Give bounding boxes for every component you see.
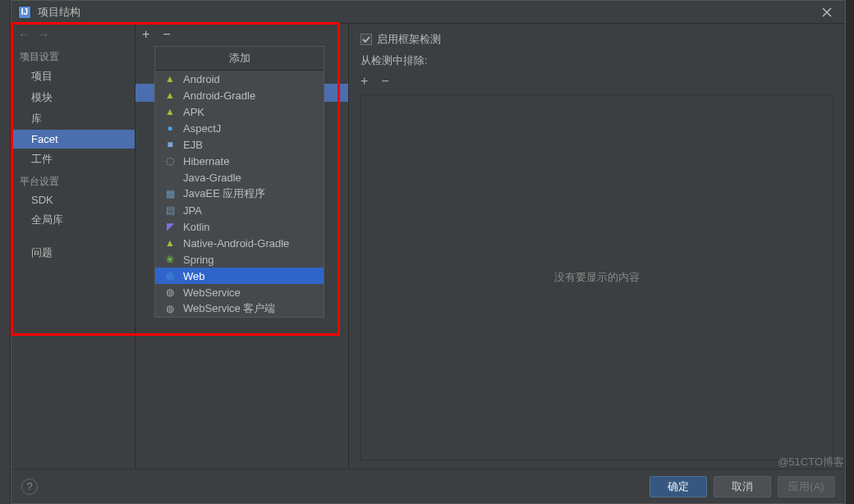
aspectj-icon: ● (163, 121, 177, 135)
add-facet-button[interactable]: + (142, 28, 149, 41)
forward-arrow-icon[interactable]: → (38, 29, 49, 40)
app-icon: IJ (18, 6, 31, 19)
popup-item-native-android-gradle[interactable]: ▲Native-Android-Gradle (155, 235, 324, 251)
titlebar: IJ 项目结构 (11, 1, 845, 24)
enable-detection-row[interactable]: 启用框架检测 (360, 32, 833, 47)
popup-item-label: WebService 客户端 (183, 301, 275, 316)
sidebar-item-模块[interactable]: 模块 (11, 87, 135, 108)
sidebar-item-问题[interactable]: 问题 (11, 242, 135, 263)
none-icon (163, 171, 177, 184)
popup-item-label: Web (183, 270, 205, 282)
exclude-toolbar: + − (360, 71, 833, 94)
popup-item-ejb[interactable]: ■EJB (155, 136, 324, 153)
back-arrow-icon[interactable]: ← (18, 29, 30, 40)
sidebar-section-label: 平台设置 (11, 170, 135, 190)
popup-item-label: JavaEE 应用程序 (183, 186, 265, 201)
ide-left-strip (0, 0, 11, 504)
project-structure-dialog: IJ 项目结构 ← → 项目设置项目模块库Facet工件平台设置SDK全局库问题… (11, 0, 846, 504)
kotlin-icon: ◤ (163, 220, 177, 233)
popup-item-label: Spring (183, 254, 214, 266)
exclude-label: 从检测中排除: (360, 53, 833, 68)
help-button[interactable]: ? (21, 479, 38, 495)
popup-item-kotlin[interactable]: ◤Kotlin (155, 218, 324, 235)
android-icon: ▲ (163, 105, 177, 118)
add-facet-popup: 添加 ▲Android▲Android-Gradle▲APK●AspectJ■E… (154, 46, 324, 318)
android-icon: ▲ (163, 89, 177, 102)
ejb-icon: ■ (163, 138, 177, 151)
popup-item-label: Java-Gradle (183, 172, 241, 184)
enable-detection-label: 启用框架检测 (377, 32, 441, 47)
detail-empty-panel: 没有要显示的内容 (360, 94, 833, 460)
popup-item-label: Kotlin (183, 221, 210, 233)
popup-item-label: APK (183, 106, 204, 118)
webservices-icon: ◍ (163, 286, 177, 299)
popup-item-spring[interactable]: ❀Spring (155, 251, 324, 268)
popup-item-apk[interactable]: ▲APK (155, 103, 324, 120)
popup-item-webservice-[interactable]: ◍WebService 客户端 (155, 300, 324, 317)
popup-item-label: Native-Android-Gradle (183, 237, 289, 250)
sidebar-item-sdk[interactable]: SDK (11, 190, 135, 209)
ok-button[interactable]: 确定 (650, 476, 707, 497)
apply-button[interactable]: 应用(A) (778, 476, 835, 497)
popup-item-label: Android-Gradle (183, 89, 255, 102)
web-icon: ◎ (163, 269, 177, 282)
popup-item-android-gradle[interactable]: ▲Android-Gradle (155, 87, 324, 103)
jpa-icon: ▤ (163, 204, 177, 217)
sidebar-item-项目[interactable]: 项目 (11, 66, 135, 87)
sidebar-item-全局库[interactable]: 全局库 (11, 209, 135, 231)
add-exclude-button[interactable]: + (360, 75, 368, 88)
popup-item-label: EJB (183, 139, 203, 151)
dialog-title: 项目结构 (38, 5, 815, 20)
sidebar-item-工件[interactable]: 工件 (11, 149, 135, 170)
sidebar-section-label: 项目设置 (11, 45, 135, 66)
popup-item-aspectj[interactable]: ●AspectJ (155, 120, 324, 136)
facet-toolbar: + − (135, 24, 348, 45)
popup-item-label: AspectJ (183, 122, 221, 135)
enable-detection-checkbox[interactable] (360, 34, 372, 45)
webservices-icon: ◍ (163, 302, 177, 315)
cancel-button[interactable]: 取消 (714, 476, 771, 497)
sidebar: ← → 项目设置项目模块库Facet工件平台设置SDK全局库问题 (11, 24, 135, 469)
javaee-icon: ▦ (163, 187, 177, 200)
spring-icon: ❀ (163, 253, 177, 266)
popup-item-label: WebService (183, 286, 241, 299)
popup-item-android[interactable]: ▲Android (155, 71, 324, 87)
remove-exclude-button[interactable]: − (381, 75, 388, 88)
hibernate-icon: ◌ (163, 154, 177, 167)
android-icon: ▲ (163, 72, 177, 85)
remove-facet-button[interactable]: − (163, 28, 170, 41)
popup-item-label: JPA (183, 204, 202, 217)
close-button[interactable] (815, 1, 838, 24)
popup-item-hibernate[interactable]: ◌Hibernate (155, 153, 324, 169)
empty-text: 没有要显示的内容 (554, 270, 640, 285)
sidebar-list: 项目设置项目模块库Facet工件平台设置SDK全局库问题 (11, 45, 135, 263)
popup-item-webservice[interactable]: ◍WebService (155, 284, 324, 300)
popup-item-jpa[interactable]: ▤JPA (155, 202, 324, 218)
popup-title: 添加 (155, 47, 324, 71)
sidebar-item-库[interactable]: 库 (11, 108, 135, 130)
popup-item-label: Android (183, 73, 220, 85)
popup-item-javaee-[interactable]: ▦JavaEE 应用程序 (155, 186, 324, 202)
footer: ? 确定 取消 应用(A) (11, 469, 845, 503)
detail-panel-column: 启用框架检测 从检测中排除: + − 没有要显示的内容 (349, 24, 845, 469)
android-icon: ▲ (163, 236, 177, 250)
dialog-body: ← → 项目设置项目模块库Facet工件平台设置SDK全局库问题 + − 启用框… (11, 24, 845, 469)
popup-item-label: Hibernate (183, 155, 229, 167)
navbar: ← → (11, 24, 135, 45)
sidebar-item-facet[interactable]: Facet (11, 130, 135, 149)
watermark: @51CTO博客 (778, 455, 844, 470)
popup-item-java-gradle[interactable]: Java-Gradle (155, 169, 324, 186)
popup-item-web[interactable]: ◎Web (155, 268, 324, 284)
